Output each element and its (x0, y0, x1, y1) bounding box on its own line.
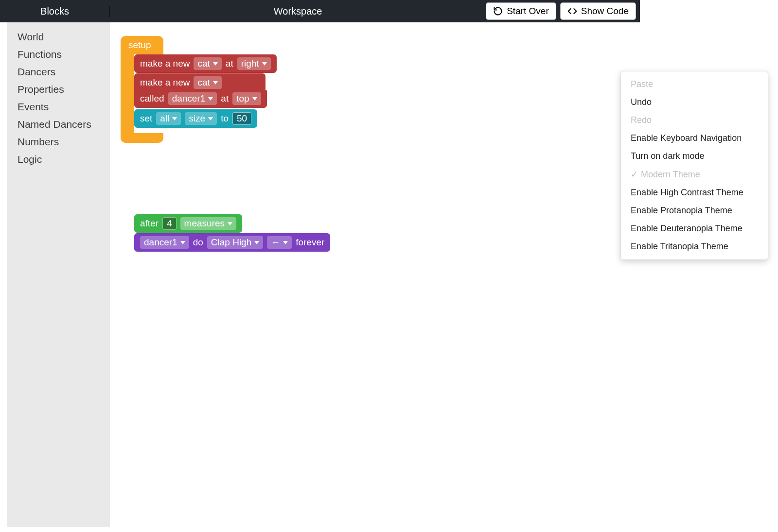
move-dropdown[interactable]: Clap High (207, 236, 263, 249)
sidebar-item-events[interactable]: Events (18, 98, 110, 116)
block-label: make a new (140, 77, 190, 88)
dancer-name-dropdown[interactable]: dancer1 (168, 92, 217, 105)
block-label: forever (296, 237, 324, 248)
workspace-canvas[interactable]: setup make a new cat at right make a new… (110, 22, 640, 437)
dancer-name-dropdown[interactable]: dancer1 (140, 236, 189, 249)
show-code-label: Show Code (581, 6, 629, 17)
do-move-block[interactable]: dancer1 do Clap High ← forever (134, 233, 330, 252)
chevron-down-icon (262, 62, 267, 66)
header-buttons: Start Over Show Code (486, 2, 640, 20)
position-dropdown[interactable]: top (232, 92, 261, 105)
chevron-down-icon (252, 97, 257, 101)
ctx-tritanopia-theme[interactable]: Enable Tritanopia Theme (621, 238, 640, 256)
block-label: make a new (140, 58, 190, 69)
ctx-deuteranopia-theme[interactable]: Enable Deuteranopia Theme (621, 220, 640, 238)
check-icon: ✓ (631, 170, 638, 179)
chevron-down-icon (228, 222, 232, 225)
ctx-protanopia-theme[interactable]: Enable Protanopia Theme (621, 202, 640, 220)
sidebar-item-dancers[interactable]: Dancers (18, 63, 110, 81)
header-workspace-title: Workspace (110, 6, 486, 17)
start-over-label: Start Over (507, 6, 549, 17)
chevron-down-icon (208, 117, 213, 120)
block-label: at (221, 93, 229, 104)
sidebar-item-numbers[interactable]: Numbers (18, 133, 110, 151)
make-new-dancer-block-1[interactable]: make a new cat at right (134, 54, 277, 73)
setup-label: setup (121, 36, 163, 54)
header-blocks-title: Blocks (0, 6, 110, 17)
app-header: Blocks Workspace Start Over Show Code (0, 0, 640, 22)
chevron-down-icon (172, 117, 177, 120)
workspace-context-menu: Paste Undo Redo Enable Keyboard Navigati… (620, 71, 640, 260)
chevron-down-icon (283, 241, 288, 244)
ctx-paste: Paste (621, 75, 640, 93)
show-code-button[interactable]: Show Code (560, 2, 636, 20)
blocks-toolbox: World Functions Dancers Properties Event… (7, 22, 110, 437)
sidebar-item-properties[interactable]: Properties (18, 81, 110, 98)
chevron-down-icon (213, 81, 218, 85)
set-property-block[interactable]: set all size to 50 (134, 109, 257, 128)
ctx-undo[interactable]: Undo (621, 93, 640, 111)
ctx-redo: Redo (621, 111, 640, 129)
unit-dropdown[interactable]: measures (180, 217, 236, 230)
block-label: called (140, 93, 164, 104)
sidebar-item-world[interactable]: World (18, 28, 110, 46)
start-over-button[interactable]: Start Over (486, 2, 556, 20)
ctx-enable-keyboard-nav[interactable]: Enable Keyboard Navigation (621, 129, 640, 147)
ctx-dark-mode[interactable]: Turn on dark mode (621, 147, 640, 165)
ctx-high-contrast-theme[interactable]: Enable High Contrast Theme (621, 184, 640, 202)
undo-icon (493, 6, 503, 16)
target-dropdown[interactable]: all (156, 112, 181, 125)
dancer-type-dropdown[interactable]: cat (194, 76, 221, 89)
count-field[interactable]: 4 (162, 217, 177, 230)
chevron-down-icon (180, 241, 185, 244)
sidebar-item-named-dancers[interactable]: Named Dancers (18, 116, 110, 133)
direction-dropdown[interactable]: ← (267, 236, 292, 249)
block-label: to (221, 113, 229, 124)
block-label: after (140, 218, 159, 229)
after-measures-block[interactable]: after 4 measures (134, 214, 242, 233)
block-label: at (226, 58, 233, 69)
make-new-dancer-block-2[interactable]: make a new cat (134, 73, 265, 91)
sidebar-item-logic[interactable]: Logic (18, 151, 110, 168)
ctx-modern-theme: ✓Modern Theme (621, 165, 640, 184)
chevron-down-icon (208, 97, 213, 101)
block-label: set (140, 113, 152, 124)
dancer-type-dropdown[interactable]: cat (194, 57, 221, 70)
block-label: do (193, 237, 203, 248)
called-at-block[interactable]: called dancer1 at top (134, 90, 267, 108)
chevron-down-icon (254, 241, 259, 244)
sidebar-item-functions[interactable]: Functions (18, 46, 110, 63)
code-icon (567, 6, 577, 16)
value-field[interactable]: 50 (232, 112, 251, 125)
property-dropdown[interactable]: size (185, 112, 217, 125)
position-dropdown[interactable]: right (237, 57, 271, 70)
chevron-down-icon (213, 62, 218, 66)
